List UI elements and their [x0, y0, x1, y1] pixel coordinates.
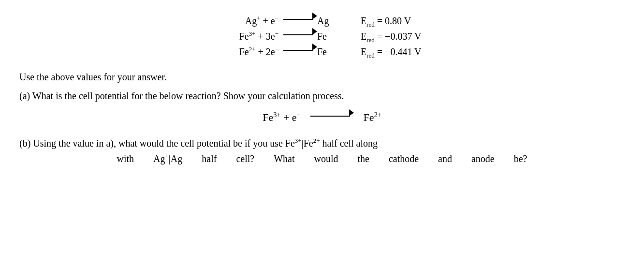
line2-with: with — [117, 151, 134, 166]
line2-what: What — [274, 151, 294, 166]
centered-rxn-right: Fe2+ — [364, 111, 381, 124]
centered-rxn-arrow — [310, 111, 354, 124]
part-b-question: (b) Using the value in a), what would th… — [19, 135, 625, 166]
line2-and: and — [438, 151, 452, 166]
line2-be: be? — [514, 151, 527, 166]
rxn2-right: Fe — [312, 31, 351, 42]
part-b-line2: with Ag+|Ag half cell? What would the ca… — [19, 151, 625, 166]
rxn1-right: Ag — [312, 15, 351, 27]
rxn2-eval: Ered = −0.037 V — [351, 31, 457, 42]
rxn2-arrow — [283, 30, 312, 43]
reactions-table: Ag+ + e− Ag Ered = 0.80 V Fe3+ + 3e− Fe … — [19, 15, 625, 58]
main-content: Ag+ + e− Ag Ered = 0.80 V Fe3+ + 3e− Fe … — [19, 15, 625, 166]
use-text: Use the above values for your answer. — [19, 72, 625, 83]
rxn2-left: Fe3+ + 3e− — [187, 31, 283, 42]
rxn3-arrow — [283, 45, 312, 58]
line2-the: the — [357, 151, 369, 166]
line2-would: would — [314, 151, 338, 166]
rxn3-right: Fe — [312, 46, 351, 58]
reactions-grid: Ag+ + e− Ag Ered = 0.80 V Fe3+ + 3e− Fe … — [187, 15, 457, 58]
rxn3-eval: Ered = −0.441 V — [351, 46, 457, 58]
part-b-line1: (b) Using the value in a), what would th… — [19, 135, 625, 151]
line2-cell: cell? — [236, 151, 254, 166]
line2-cathode: cathode — [389, 151, 419, 166]
part-a-question: (a) What is the cell potential for the b… — [19, 90, 625, 102]
line2-half: half — [202, 151, 217, 166]
centered-reaction: Fe3+ + e− Fe2+ — [19, 111, 625, 124]
centered-rxn-left: Fe3+ + e− — [263, 111, 300, 124]
line2-anode: anode — [471, 151, 495, 166]
rxn1-eval: Ered = 0.80 V — [351, 15, 457, 27]
rxn1-arrow — [283, 15, 312, 27]
rxn1-left: Ag+ + e− — [187, 15, 283, 27]
rxn3-left: Fe2+ + 2e− — [187, 46, 283, 58]
line2-ag-cell: Ag+|Ag — [153, 151, 182, 166]
